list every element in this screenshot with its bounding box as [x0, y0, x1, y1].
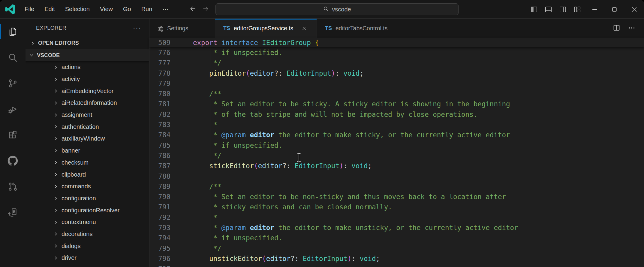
- run-debug-icon: [8, 104, 18, 114]
- tree-item-authentication[interactable]: authentication: [26, 121, 149, 133]
- tree-item-activity[interactable]: activity: [26, 73, 149, 85]
- tree-item-driver[interactable]: driver: [26, 252, 149, 264]
- tab-editorTabsControl.ts[interactable]: TSeditorTabsControl.ts: [317, 19, 415, 38]
- toggle-secondary-sidebar-icon[interactable]: [559, 5, 567, 14]
- code-line-785[interactable]: 785 * if unspecified.: [149, 140, 644, 150]
- editor-more-actions-button[interactable]: [628, 24, 636, 33]
- code-line-780[interactable]: 780 /**: [149, 89, 644, 99]
- line-number: 776: [149, 47, 170, 58]
- nav-forward-button[interactable]: [202, 5, 209, 14]
- code-line-788[interactable]: 788: [149, 171, 644, 181]
- maximize-button[interactable]: [604, 0, 624, 19]
- tab-label: editorTabsControl.ts: [336, 25, 387, 32]
- minimize-button[interactable]: [585, 0, 604, 19]
- line-number: 786: [149, 150, 170, 161]
- command-center-search[interactable]: vscode: [215, 3, 459, 15]
- code-line-795[interactable]: 795 */: [149, 243, 644, 253]
- workspace-root-header[interactable]: VSCODE: [26, 49, 149, 61]
- activitybar-run-debug[interactable]: [0, 96, 26, 122]
- tab-label: editorGroupsService.ts: [234, 25, 293, 32]
- line-number: 783: [149, 120, 170, 130]
- code-line-794[interactable]: 794 * if unspecified.: [149, 233, 644, 243]
- open-editors-section-header[interactable]: OPEN EDITORS: [26, 37, 149, 49]
- menu-edit[interactable]: Edit: [39, 4, 60, 14]
- activitybar-explorer[interactable]: [0, 19, 26, 44]
- line-code: */: [170, 243, 221, 253]
- line-code: * if unspecified.: [170, 233, 282, 243]
- activitybar-search[interactable]: [0, 44, 26, 70]
- code-line-789[interactable]: 789 /**: [149, 181, 644, 192]
- menu-more-button[interactable]: ···: [157, 4, 173, 14]
- code-line-782[interactable]: 782 * of the tab stripe and will not be …: [149, 109, 644, 120]
- tree-item-clipboard[interactable]: clipboard: [26, 168, 149, 181]
- tree-item-label: checksum: [62, 159, 89, 166]
- nav-back-button[interactable]: [189, 5, 197, 14]
- tree-item-decorations[interactable]: decorations: [26, 228, 149, 240]
- line-code: */: [170, 58, 221, 68]
- close-button[interactable]: [624, 0, 644, 19]
- menu-go[interactable]: Go: [118, 4, 136, 14]
- tree-item-dialogs[interactable]: dialogs: [26, 240, 149, 252]
- code-line-797[interactable]: 797: [149, 264, 644, 267]
- customize-layout-icon[interactable]: [573, 5, 581, 14]
- line-number: 791: [149, 202, 170, 212]
- split-editor-button[interactable]: [612, 24, 621, 33]
- vscode-logo-icon: [5, 4, 15, 14]
- tree-item-aiEmbeddingVector[interactable]: aiEmbeddingVector: [26, 85, 149, 97]
- search-icon: [323, 6, 329, 13]
- code-line-776[interactable]: 776 * if unspecified.: [149, 47, 644, 58]
- tree-item-aiRelatedInformation[interactable]: aiRelatedInformation: [26, 97, 149, 109]
- activitybar-extensions[interactable]: [0, 122, 26, 148]
- line-number: 781: [149, 99, 170, 109]
- tree-item-assignment[interactable]: assignment: [26, 109, 149, 121]
- code-line-790[interactable]: 790 * Set an editor to be non-sticky and…: [149, 192, 644, 202]
- tree-item-configuration[interactable]: configuration: [26, 193, 149, 205]
- tree-item-label: decorations: [62, 231, 92, 238]
- code-line-779[interactable]: 779: [149, 78, 644, 89]
- code-line-781[interactable]: 781 * Set an editor to be sticky. A stic…: [149, 99, 644, 109]
- tab-editorGroupsService.ts[interactable]: TSeditorGroupsService.ts: [215, 19, 317, 38]
- tree-item-commands[interactable]: commands: [26, 181, 149, 193]
- tree-item-contextmenu[interactable]: contextmenu: [26, 216, 149, 228]
- tree-item-banner[interactable]: banner: [26, 145, 149, 157]
- toggle-primary-sidebar-icon[interactable]: [530, 5, 538, 14]
- code-line-784[interactable]: 784 * @param editor the editor to make s…: [149, 130, 644, 140]
- menu-selection[interactable]: Selection: [60, 4, 95, 14]
- tree-item-label: authentication: [62, 123, 99, 130]
- code-line-791[interactable]: 791 * sticky editors and can be closed n…: [149, 202, 644, 212]
- code-line-787[interactable]: 787 stickEditor(editor?: EditorInput): v…: [149, 161, 644, 171]
- tree-item-configurationResolver[interactable]: configurationResolver: [26, 204, 149, 216]
- activitybar-pull-requests[interactable]: [0, 174, 26, 199]
- sidebar-header: EXPLORER ···: [26, 19, 149, 37]
- code-line-778[interactable]: 778 pinEditor(editor?: EditorInput): voi…: [149, 68, 644, 78]
- line-code: * of the tab stripe and will not be impa…: [170, 109, 477, 120]
- code-line-796[interactable]: 796 unstickEditor(editor?: EditorInput):…: [149, 253, 644, 264]
- line-number: 784: [149, 130, 170, 140]
- tree-item-editor[interactable]: editor: [26, 264, 149, 267]
- tree-item-checksum[interactable]: checksum: [26, 157, 149, 169]
- menu-run[interactable]: Run: [136, 4, 158, 14]
- code-line-793[interactable]: 793 * @param editor the editor to make u…: [149, 223, 644, 233]
- menu-view[interactable]: View: [95, 4, 118, 14]
- code-line-792[interactable]: 792 *: [149, 212, 644, 223]
- tab-Settings[interactable]: Settings: [149, 19, 215, 38]
- activitybar-references[interactable]: [0, 199, 26, 225]
- activitybar-github[interactable]: [0, 148, 26, 174]
- activitybar-source-control[interactable]: [0, 70, 26, 96]
- layout-controls: [530, 0, 581, 19]
- code-lines[interactable]: 776 * if unspecified.777 */778 pinEditor…: [149, 47, 644, 267]
- tab-close-icon[interactable]: [302, 26, 307, 31]
- tree-item-auxiliaryWindow[interactable]: auxiliaryWindow: [26, 133, 149, 145]
- explorer-more-actions-button[interactable]: ···: [133, 24, 141, 32]
- line-code: pinEditor(editor?: EditorInput): void;: [170, 68, 364, 78]
- menu-file[interactable]: File: [20, 4, 39, 14]
- code-line-777[interactable]: 777 */: [149, 58, 644, 68]
- typescript-file-icon: TS: [223, 25, 230, 32]
- tree-item-label: assignment: [62, 111, 92, 118]
- sticky-scroll-line[interactable]: 509 export interface IEditorGroup {: [149, 38, 644, 47]
- toggle-panel-icon[interactable]: [544, 5, 552, 14]
- code-line-783[interactable]: 783 *: [149, 120, 644, 130]
- tree-item-label: actions: [62, 64, 80, 71]
- code-line-786[interactable]: 786 */: [149, 150, 644, 161]
- tree-item-actions[interactable]: actions: [26, 61, 149, 73]
